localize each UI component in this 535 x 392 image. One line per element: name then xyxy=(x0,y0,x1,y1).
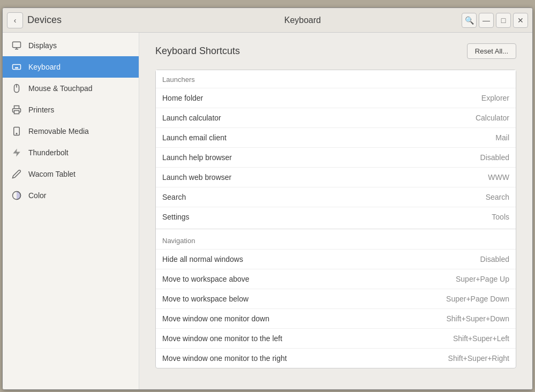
sidebar: DisplaysKeyboardMouse & TouchpadPrinters… xyxy=(3,33,139,389)
shortcut-row[interactable]: SearchSearch xyxy=(156,187,516,207)
sidebar-label-thunderbolt: Thunderbolt xyxy=(28,148,69,157)
title-devices: Devices xyxy=(27,14,62,26)
shortcut-value: Shift+Super+Right xyxy=(448,354,509,363)
shortcut-row[interactable]: Launch web browserWWW xyxy=(156,167,516,187)
keyboard-icon xyxy=(11,62,22,72)
sidebar-label-mouse: Mouse & Touchpad xyxy=(28,84,93,93)
reset-all-button[interactable]: Reset All... xyxy=(467,43,516,59)
sidebar-label-displays: Displays xyxy=(28,41,57,50)
shortcut-row[interactable]: Launch help browserDisabled xyxy=(156,147,516,167)
shortcut-value: Shift+Super+Left xyxy=(453,334,509,343)
shortcut-value: Mail xyxy=(495,133,509,142)
sidebar-item-mouse[interactable]: Mouse & Touchpad xyxy=(3,78,139,99)
sidebar-item-removable[interactable]: Removable Media xyxy=(3,120,139,142)
removable-icon xyxy=(11,126,22,137)
sidebar-item-color[interactable]: Color xyxy=(3,185,139,206)
shortcut-value: Tools xyxy=(492,213,509,221)
shortcut-row[interactable]: SettingsTools xyxy=(156,207,516,227)
sidebar-label-wacom: Wacom Tablet xyxy=(28,170,76,178)
displays-icon xyxy=(11,40,22,51)
section-header-launchers: Launchers xyxy=(156,70,516,88)
shortcut-value: Search xyxy=(486,193,509,201)
shortcut-row[interactable]: Move window one monitor to the leftShift… xyxy=(156,328,516,348)
thunderbolt-icon xyxy=(11,147,22,158)
shortcut-row[interactable]: Move to workspace belowSuper+Page Down xyxy=(156,289,516,308)
search-icon: 🔍 xyxy=(465,16,474,25)
panel-header: Keyboard Shortcuts Reset All... xyxy=(155,43,516,59)
minimize-icon: — xyxy=(483,16,490,25)
minimize-button[interactable]: — xyxy=(479,13,494,28)
svg-rect-10 xyxy=(14,111,19,114)
sidebar-item-keyboard[interactable]: Keyboard xyxy=(3,56,139,78)
color-icon xyxy=(11,190,22,201)
shortcut-row[interactable]: Move to workspace aboveSuper+Page Up xyxy=(156,269,516,289)
close-icon: ✕ xyxy=(517,16,524,25)
title-bar-left: ‹ Devices xyxy=(7,12,144,28)
maximize-button[interactable]: □ xyxy=(496,13,511,28)
search-button[interactable]: 🔍 xyxy=(462,13,477,28)
shortcut-row[interactable]: Launch calculatorCalculator xyxy=(156,108,516,127)
sidebar-label-printers: Printers xyxy=(28,105,54,114)
title-bar: ‹ Devices Keyboard 🔍 — □ ✕ xyxy=(3,8,532,33)
shortcut-value: Super+Page Down xyxy=(446,295,509,303)
shortcut-name: Move to workspace below xyxy=(162,295,446,303)
shortcut-name: Hide all normal windows xyxy=(162,255,480,263)
shortcut-value: Explorer xyxy=(481,94,509,102)
shortcut-name: Launch web browser xyxy=(162,173,488,182)
shortcut-name: Launch help browser xyxy=(162,153,480,162)
title-bar-center: Keyboard xyxy=(144,16,462,25)
shortcut-name: Home folder xyxy=(162,94,481,102)
sidebar-label-removable: Removable Media xyxy=(28,127,89,135)
section-header-navigation: Navigation xyxy=(156,231,516,249)
shortcut-name: Move window one monitor down xyxy=(162,314,446,323)
title-bar-right: 🔍 — □ ✕ xyxy=(462,13,528,28)
panel-title: Keyboard Shortcuts xyxy=(155,46,240,57)
shortcut-name: Move window one monitor to the left xyxy=(162,334,453,343)
sidebar-label-color: Color xyxy=(28,191,46,200)
shortcut-row[interactable]: Move window one monitor downShift+Super+… xyxy=(156,308,516,328)
wacom-icon xyxy=(11,169,22,179)
shortcut-value: WWW xyxy=(488,173,509,182)
taskbar xyxy=(0,0,535,7)
shortcut-value: Super+Page Up xyxy=(456,275,509,283)
maximize-icon: □ xyxy=(501,16,506,25)
mouse-icon xyxy=(11,83,22,94)
shortcuts-table: LaunchersHome folderExplorerLaunch calcu… xyxy=(155,70,516,368)
back-button[interactable]: ‹ xyxy=(7,12,23,28)
main-panel: Keyboard Shortcuts Reset All... Launcher… xyxy=(139,33,532,389)
svg-point-12 xyxy=(16,133,17,134)
svg-rect-0 xyxy=(13,42,21,48)
svg-marker-13 xyxy=(13,149,20,157)
content-area: DisplaysKeyboardMouse & TouchpadPrinters… xyxy=(3,33,532,389)
shortcut-name: Move window one monitor to the right xyxy=(162,354,448,363)
sidebar-label-keyboard: Keyboard xyxy=(28,63,61,71)
main-window: ‹ Devices Keyboard 🔍 — □ ✕ DisplaysKeybo… xyxy=(2,7,533,390)
shortcut-value: Calculator xyxy=(476,114,509,122)
shortcut-value: Disabled xyxy=(480,153,509,162)
shortcut-row[interactable]: Home folderExplorer xyxy=(156,88,516,108)
shortcut-name: Settings xyxy=(162,213,492,221)
shortcut-name: Launch calculator xyxy=(162,114,476,122)
shortcut-name: Search xyxy=(162,193,486,201)
shortcut-row[interactable]: Launch email clientMail xyxy=(156,127,516,147)
shortcut-row[interactable]: Move window one monitor to the rightShif… xyxy=(156,348,516,368)
sidebar-item-wacom[interactable]: Wacom Tablet xyxy=(3,163,139,185)
title-keyboard: Keyboard xyxy=(284,16,321,25)
printers-icon xyxy=(11,104,22,115)
close-button[interactable]: ✕ xyxy=(513,13,528,28)
shortcut-name: Launch email client xyxy=(162,133,495,142)
shortcut-value: Shift+Super+Down xyxy=(446,314,509,323)
shortcut-value: Disabled xyxy=(480,255,509,263)
sidebar-item-thunderbolt[interactable]: Thunderbolt xyxy=(3,142,139,163)
shortcut-name: Move to workspace above xyxy=(162,275,456,283)
sidebar-item-displays[interactable]: Displays xyxy=(3,35,139,56)
svg-rect-3 xyxy=(13,65,21,70)
sidebar-item-printers[interactable]: Printers xyxy=(3,99,139,120)
section-divider xyxy=(156,229,516,229)
shortcut-row[interactable]: Hide all normal windowsDisabled xyxy=(156,249,516,269)
